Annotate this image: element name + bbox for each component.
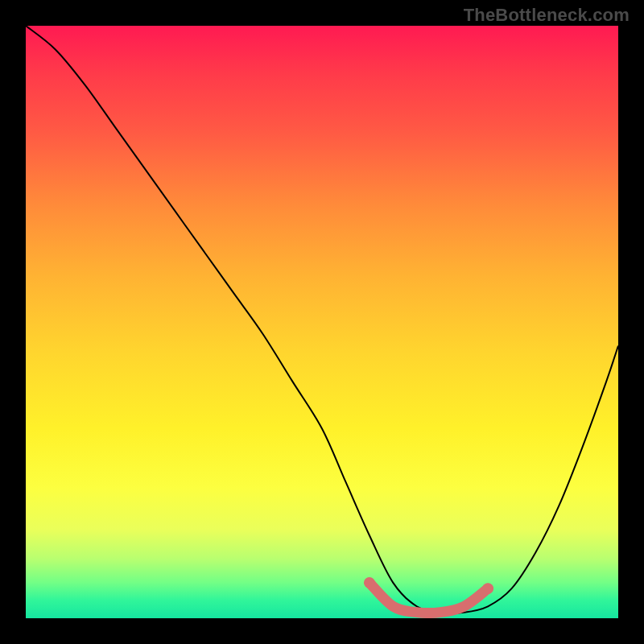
watermark-text: TheBottleneck.com (464, 5, 630, 26)
plot-frame (24, 24, 620, 620)
chart-container: TheBottleneck.com (0, 0, 644, 644)
plot-svg (26, 26, 618, 618)
series-group (26, 26, 618, 613)
highlight-path (369, 583, 488, 613)
curve-path (26, 26, 618, 613)
